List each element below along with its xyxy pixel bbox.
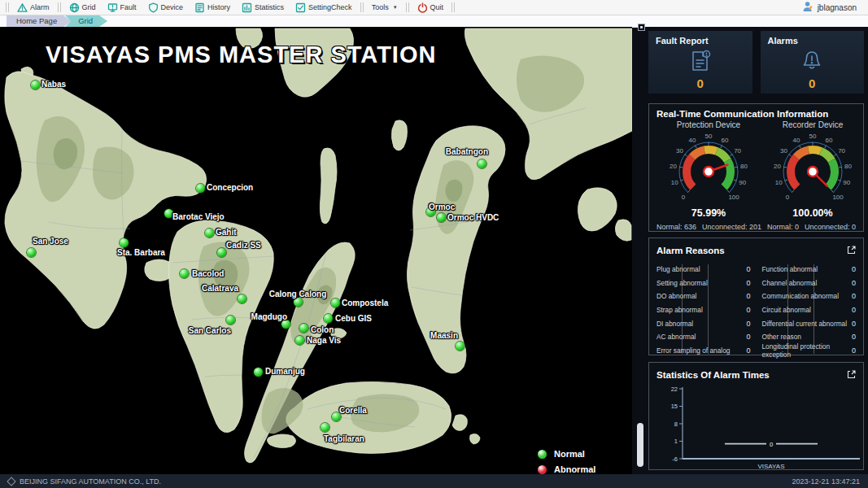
fault-report-icon [656, 46, 745, 76]
station-dot-calong-calong[interactable] [294, 298, 303, 307]
station-dot-nabas[interactable] [31, 81, 40, 89]
station-label-colon[interactable]: Colon [311, 325, 334, 334]
station-label-ormoc[interactable]: Ormoc [429, 203, 455, 211]
station-label-bacolod[interactable]: Bacolod [192, 269, 224, 278]
station-label-naga-vis[interactable]: Naga Vis [307, 336, 341, 345]
alarm-reason-label: Setting abnormal [656, 279, 708, 287]
station-label-san-jose[interactable]: San Jose [33, 237, 68, 246]
svg-text:30: 30 [676, 147, 683, 155]
station-label-corella[interactable]: Corella [339, 406, 367, 415]
station-dot-dumanjug[interactable] [254, 368, 263, 377]
alarms-card[interactable]: Alarms 0 [761, 31, 865, 94]
user-area[interactable]: jblagnason [802, 0, 857, 15]
toolbar-label-device: Device [161, 3, 184, 11]
station-label-nabas[interactable]: Nabas [41, 80, 66, 89]
station-dot-san-jose[interactable] [27, 248, 36, 257]
comm-stat: Unconnected: 0 [805, 223, 856, 231]
alarm-reason-row: DI abnormal0 [656, 316, 751, 330]
station-dot-sta-barbara[interactable] [120, 238, 129, 247]
station-label-sta-barbara[interactable]: Sta. Barbara [117, 248, 165, 257]
vertical-scrollbar-thumb[interactable] [637, 423, 643, 467]
toolbar-button-history[interactable]: History [189, 1, 236, 14]
tab-grid[interactable]: Grid [65, 15, 107, 27]
station-label-dumanjug[interactable]: Dumanjug [265, 367, 305, 376]
map-islands [0, 27, 632, 474]
statistics-icon [242, 2, 252, 13]
pms-application-window: AlarmGridFaultDeviceHistoryStatisticsSet… [0, 0, 868, 488]
alarm-statistics-expand-icon[interactable] [847, 368, 856, 382]
station-dot-tagbilaran[interactable] [321, 423, 329, 432]
panel-collapse-button[interactable] [638, 24, 645, 31]
station-label-calong-calong[interactable]: Calong Calong [269, 290, 327, 298]
toolbar-button-settingcheck[interactable]: SettingCheck [290, 1, 358, 14]
toolbar-label-statistics: Statistics [255, 3, 284, 11]
toolbar-button-statistics[interactable]: Statistics [236, 1, 290, 14]
alarm-times-chart: 221581-60VISAYAS [656, 382, 856, 475]
gauge-value: 75.99% [691, 207, 726, 219]
station-dot-concepcion[interactable] [196, 184, 205, 193]
tab-home-page[interactable]: Home Page [7, 15, 72, 27]
alarm-reason-label: Channel abnormal [762, 279, 818, 287]
device-icon [148, 2, 159, 13]
station-label-gahit[interactable]: Gahit [216, 228, 237, 237]
station-label-ormoc-hvdc[interactable]: Ormoc HVDC [447, 213, 499, 222]
svg-text:50: 50 [809, 133, 817, 140]
alarm-reason-value: 0 [852, 306, 856, 314]
toolbar-label-grid: Grid [82, 3, 96, 11]
map-area[interactable]: VISAYAS PMS MASTER STATION NabasConcepci… [0, 27, 632, 474]
station-label-compostela[interactable]: Compostela [342, 298, 388, 307]
alarm-reason-label: Differential current abnormal [762, 320, 848, 328]
station-label-tagbilaran[interactable]: Tagbilaran [324, 434, 364, 443]
station-dot-colon[interactable] [299, 324, 308, 333]
station-dot-san-carlos[interactable] [226, 316, 235, 325]
realtime-communication-panel: Real-Time Communication Information Prot… [648, 103, 864, 232]
alarm-reason-row: Channel abnormal0 [762, 277, 857, 290]
station-label-cebu-gis[interactable]: Cebu GIS [335, 314, 372, 323]
svg-text:70: 70 [734, 147, 741, 155]
station-dot-naga-vis[interactable] [295, 336, 304, 345]
station-dot-cadiz-ss[interactable] [217, 248, 226, 257]
toolbar-button-quit[interactable]: Quit [412, 1, 450, 14]
legend-normal-dot [538, 450, 547, 459]
alarm-reason-value: 0 [746, 306, 750, 314]
station-dot-babatngon[interactable] [478, 159, 486, 168]
fault-report-card[interactable]: Fault Report 0 [648, 31, 752, 94]
alarm-reason-row: Function abnormal0 [762, 263, 857, 277]
toolbar-button-alarm[interactable]: Alarm [11, 1, 55, 14]
station-label-cadiz-ss[interactable]: Cadiz SS [226, 241, 261, 250]
gauge-value: 100.00% [792, 207, 832, 219]
station-dot-maasin[interactable] [456, 342, 465, 351]
station-dot-gahit[interactable] [205, 229, 214, 237]
station-dot-bacolod[interactable] [180, 269, 189, 278]
legend-item-normal: Normal [538, 449, 595, 459]
alarm-reason-label: Plug abnormal [656, 265, 700, 273]
svg-text:70: 70 [838, 147, 845, 155]
station-label-magdugo[interactable]: Magdugo [251, 312, 287, 321]
station-label-babatngon[interactable]: Babatngon [446, 147, 488, 156]
toolbar-label-fault: Fault [120, 3, 137, 11]
svg-text:10: 10 [775, 179, 783, 186]
svg-text:60: 60 [826, 137, 833, 144]
alarm-reasons-expand-icon[interactable] [847, 243, 856, 258]
right-dashboard-panel: Fault Report 0 Alarms [645, 27, 868, 474]
toolbar-button-device[interactable]: Device [142, 1, 190, 14]
station-dot-compostela[interactable] [331, 298, 340, 307]
alarms-count: 0 [768, 76, 857, 90]
station-dot-calatrava[interactable] [238, 294, 246, 303]
alarm-reason-value: 0 [852, 320, 856, 328]
station-label-barotac-viejo[interactable]: Barotac Viejo [172, 212, 225, 221]
station-dot-cebu-gis[interactable] [324, 314, 333, 323]
toolbar-button-fault[interactable]: Fault [102, 1, 142, 14]
station-label-maasin[interactable]: Maasin [430, 331, 458, 340]
station-label-concepcion[interactable]: Concepcion [207, 183, 253, 192]
fault-report-count: 0 [656, 76, 745, 90]
gauge-dial: 0102030405060708090100 [656, 129, 761, 211]
station-label-calatrava[interactable]: Calatrava [202, 284, 238, 293]
toolbar-label-settingcheck: SettingCheck [308, 3, 352, 11]
station-dot-ormoc-hvdc[interactable] [437, 213, 446, 222]
toolbar-button-tools[interactable]: Tools▼ [366, 1, 403, 14]
toolbar-button-grid[interactable]: Grid [63, 1, 102, 14]
station-dot-barotac-viejo[interactable] [164, 209, 173, 218]
station-label-san-carlos[interactable]: San Carlos [189, 326, 231, 335]
alarm-reason-label: Other reason [762, 333, 801, 341]
